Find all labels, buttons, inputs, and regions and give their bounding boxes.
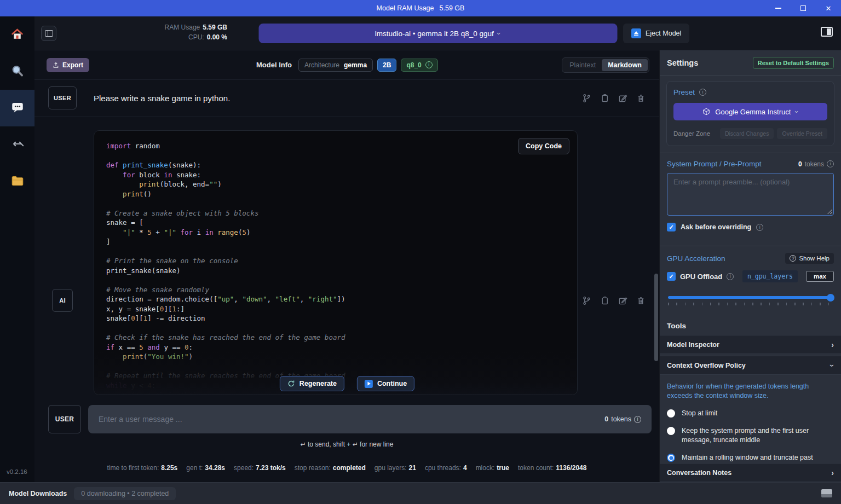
reset-defaults-button[interactable]: Reset to Default Settings	[753, 57, 834, 69]
preset-dropdown[interactable]: Google Gemma Instruct ›	[673, 103, 827, 120]
chevron-right-icon: ›	[831, 468, 834, 477]
input-token-count: 0 tokens i	[604, 415, 641, 423]
show-help-button[interactable]: ? Show Help	[785, 253, 834, 264]
model-downloads-label[interactable]: Model Downloads	[9, 490, 67, 497]
context-policy-option-1[interactable]: Stop at limit	[667, 409, 834, 418]
gpu-offload-row: ✓ GPU Offload i n_gpu_layers max	[667, 270, 834, 282]
message-input-container: 0 tokens i	[88, 405, 652, 433]
close-icon: ✕	[826, 5, 832, 12]
stat-item: mlock:true	[476, 464, 509, 472]
message-input[interactable]	[99, 415, 604, 424]
render-mode-toggle: Plaintext Markdown	[562, 57, 649, 73]
sidebar-item-my-models[interactable]	[0, 163, 34, 200]
branch-message-icon[interactable]	[582, 94, 591, 103]
left-sidebar: v0.2.16	[0, 16, 34, 482]
model-info-label: Model Info	[256, 61, 292, 69]
plaintext-tab[interactable]: Plaintext	[563, 59, 602, 71]
conversation-notes-label: Conversation Notes	[667, 469, 731, 477]
continue-button[interactable]: Continue	[357, 376, 414, 391]
copy-code-button[interactable]: Copy Code	[518, 138, 569, 154]
info-icon: i	[699, 89, 706, 96]
stat-item: gpu layers:21	[375, 464, 416, 472]
ram-usage-label: RAM Usage	[165, 24, 200, 31]
slider-thumb[interactable]	[827, 294, 834, 302]
close-button[interactable]: ✕	[816, 0, 841, 16]
sidebar-item-local-server[interactable]	[0, 126, 34, 163]
architecture-label: Architecture	[304, 61, 339, 69]
copy-message-icon[interactable]	[600, 94, 609, 103]
context-policy-option-2[interactable]: Keep the system prompt and the first use…	[667, 426, 834, 445]
show-help-label: Show Help	[799, 255, 830, 262]
system-prompt-tokens: 0 tokens i	[798, 160, 834, 168]
policy-description: Behavior for when the generated tokens l…	[667, 382, 826, 401]
user-message-row: USER Please write a snake game in python…	[34, 80, 659, 117]
upload-icon	[53, 62, 59, 68]
ask-before-overriding-checkbox[interactable]: ✓	[667, 223, 676, 231]
gpu-offload-checkbox[interactable]: ✓	[667, 272, 676, 281]
chat-icon	[10, 100, 25, 116]
quantization-badge[interactable]: q8_0 i	[401, 59, 437, 72]
window-controls: ✕	[765, 0, 841, 16]
delete-message-icon[interactable]	[636, 296, 646, 305]
help-icon: ?	[790, 255, 796, 262]
system-prompt-section: System Prompt / Pre-Prompt 0 tokens i ✓ …	[660, 153, 841, 239]
eject-model-button[interactable]: Eject Model	[623, 24, 689, 43]
preset-label: Preset	[673, 88, 695, 96]
markdown-tab[interactable]: Markdown	[602, 59, 648, 71]
preset-card: Preset i Google Gemma Instruct › Danger …	[666, 81, 834, 146]
package-icon	[702, 108, 710, 115]
my-models-icon	[10, 173, 25, 189]
sidebar-item-home[interactable]	[0, 16, 34, 53]
override-preset-button[interactable]: Override Preset	[777, 128, 827, 139]
info-icon: i	[634, 416, 641, 423]
user-message-actions	[582, 94, 646, 103]
sidebar-item-search[interactable]	[0, 53, 34, 90]
minimize-button[interactable]	[765, 0, 791, 16]
app-version: v0.2.16	[7, 468, 27, 475]
toggle-right-panel-button[interactable]	[821, 27, 833, 37]
ask-before-overriding-label: Ask before overriding	[681, 223, 751, 231]
python-code: import random def print_snake(snake): fo…	[106, 141, 565, 395]
system-prompt-textarea[interactable]	[667, 173, 834, 216]
slider-tick-marks	[668, 303, 833, 305]
model-selector-dropdown[interactable]: lmstudio-ai • gemma it 2B q8_0 gguf ›	[258, 24, 617, 43]
model-selector-label: lmstudio-ai • gemma it 2B q8_0 gguf	[375, 30, 494, 38]
edit-message-icon[interactable]	[618, 94, 627, 103]
sidebar-item-chat[interactable]	[0, 90, 34, 126]
copy-message-icon[interactable]	[600, 296, 609, 305]
context-overflow-policy-row[interactable]: Context Overflow Policy ›	[660, 356, 841, 375]
toggle-statusbar-panel-icon[interactable]	[821, 489, 832, 497]
stat-item: gen t:34.28s	[186, 464, 225, 472]
chat-scrollbar[interactable]	[654, 274, 658, 361]
discard-changes-button[interactable]: Discard Changes	[720, 128, 774, 139]
gpu-layers-slider[interactable]	[668, 296, 833, 299]
info-icon: i	[425, 61, 433, 68]
system-prompt-label: System Prompt / Pre-Prompt	[667, 160, 762, 168]
gpu-max-button[interactable]: max	[806, 271, 834, 282]
cpu-usage-label: CPU:	[188, 33, 204, 41]
radio-icon[interactable]	[667, 409, 675, 418]
ram-usage-value: 5.59 GB	[203, 24, 227, 31]
preset-heading: Preset i	[673, 88, 827, 96]
delete-message-icon[interactable]	[636, 94, 646, 103]
settings-title: Settings	[667, 59, 698, 67]
branch-message-icon[interactable]	[582, 296, 591, 305]
radio-icon[interactable]	[667, 427, 675, 435]
architecture-value: gemma	[344, 61, 367, 69]
chevron-right-icon: ›	[831, 340, 834, 349]
window-titlebar: Model RAM Usage 5.59 GB ✕	[0, 0, 841, 16]
stat-item: speed:7.23 tok/s	[234, 464, 286, 472]
window-title-ram: 5.59 GB	[440, 4, 465, 12]
radio-selected-icon[interactable]	[667, 454, 675, 462]
conversation-notes-row[interactable]: Conversation Notes ›	[660, 463, 841, 482]
export-button[interactable]: Export	[47, 58, 89, 72]
chevron-down-icon: ›	[496, 32, 504, 34]
settings-panel: Settings Reset to Default Settings Prese…	[659, 50, 841, 482]
maximize-button[interactable]	[791, 0, 816, 16]
model-inspector-row[interactable]: Model Inspector ›	[660, 335, 841, 354]
danger-zone-label: Danger Zone	[673, 130, 710, 137]
ai-message-actions	[582, 296, 646, 305]
edit-message-icon[interactable]	[618, 296, 627, 305]
quantization-value: q8_0	[406, 61, 421, 69]
regenerate-button[interactable]: Regenerate	[280, 376, 344, 391]
